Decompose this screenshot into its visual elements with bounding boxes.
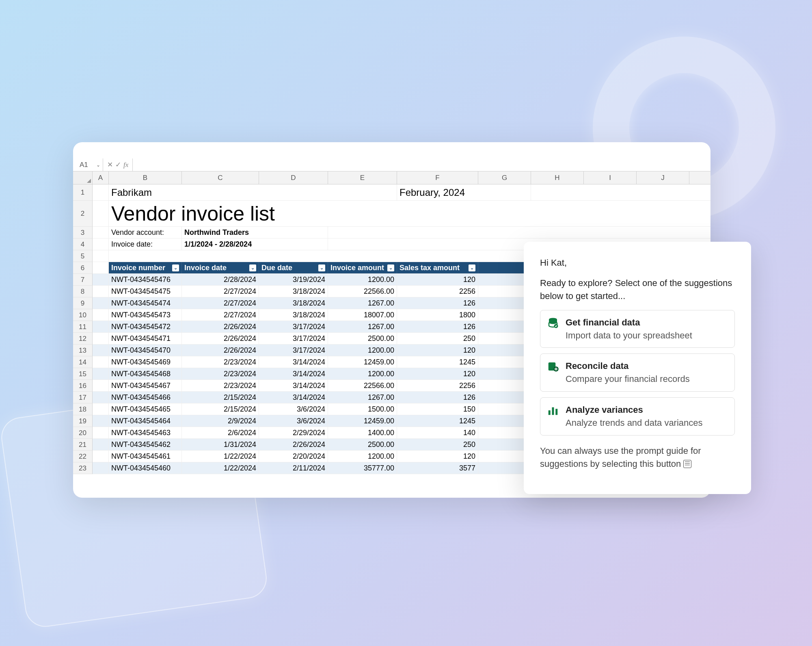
cell[interactable]: NWT-0434545474: [109, 297, 182, 309]
filter-dropdown-icon[interactable]: ⌄: [387, 264, 394, 271]
meta-value[interactable]: 1/1/2024 - 2/28/2024: [182, 238, 328, 250]
cell[interactable]: 3/14/2024: [259, 392, 328, 403]
suggestion-analyze-variances[interactable]: Analyze variancesAnalyze trends and data…: [540, 397, 735, 436]
cell[interactable]: 2/9/2024: [182, 415, 259, 427]
cell[interactable]: NWT-0434545468: [109, 368, 182, 379]
cell[interactable]: 2/28/2024: [182, 274, 259, 285]
cell[interactable]: 120: [397, 368, 478, 379]
cell[interactable]: 3/18/2024: [259, 297, 328, 309]
cell[interactable]: 2/23/2024: [182, 380, 259, 391]
cell[interactable]: 2/15/2024: [182, 392, 259, 403]
confirm-icon[interactable]: ✓: [115, 160, 121, 169]
cell[interactable]: NWT-0434545469: [109, 356, 182, 368]
cell[interactable]: 2/26/2024: [182, 333, 259, 344]
cell[interactable]: NWT-0434545476: [109, 274, 182, 285]
cell[interactable]: 1200.00: [328, 368, 397, 379]
cell[interactable]: 12459.00: [328, 415, 397, 427]
cell[interactable]: 3/14/2024: [259, 368, 328, 379]
row-header-17[interactable]: 17: [73, 392, 93, 403]
cell[interactable]: 2256: [397, 380, 478, 391]
cell[interactable]: 3/18/2024: [259, 309, 328, 321]
cell[interactable]: 120: [397, 451, 478, 462]
cell[interactable]: NWT-0434545466: [109, 392, 182, 403]
row-header-21[interactable]: 21: [73, 439, 93, 451]
cell[interactable]: 1400.00: [328, 427, 397, 438]
cell[interactable]: 1/31/2024: [182, 439, 259, 450]
cell[interactable]: 2256: [397, 286, 478, 297]
cell[interactable]: 150: [397, 403, 478, 415]
row-header-15[interactable]: 15: [73, 368, 93, 380]
cell[interactable]: 126: [397, 392, 478, 403]
suggestion-get-financial-data[interactable]: Get financial dataImport data to your sp…: [540, 310, 735, 348]
column-header-A[interactable]: A: [93, 171, 109, 184]
row-header-9[interactable]: 9: [73, 297, 93, 309]
filter-dropdown-icon[interactable]: ⌄: [469, 264, 475, 271]
cell[interactable]: 1/22/2024: [182, 462, 259, 474]
cell[interactable]: 3/6/2024: [259, 415, 328, 427]
column-filter-invoice-number[interactable]: Invoice number⌄: [109, 262, 182, 273]
cell[interactable]: 2/6/2024: [182, 427, 259, 438]
cell[interactable]: 18007.00: [328, 309, 397, 321]
cell[interactable]: NWT-0434545461: [109, 451, 182, 462]
cell[interactable]: 1200.00: [328, 451, 397, 462]
cell[interactable]: 140: [397, 427, 478, 438]
cell[interactable]: 250: [397, 439, 478, 450]
row-header-13[interactable]: 13: [73, 345, 93, 356]
cell[interactable]: NWT-0434545473: [109, 309, 182, 321]
cell[interactable]: 2/20/2024: [259, 451, 328, 462]
cell[interactable]: 1800: [397, 309, 478, 321]
cell[interactable]: 2/23/2024: [182, 356, 259, 368]
cell[interactable]: 3577: [397, 462, 478, 474]
column-filter-sales-tax-amount[interactable]: Sales tax amount⌄: [397, 262, 478, 273]
cell[interactable]: NWT-0434545471: [109, 333, 182, 344]
cell[interactable]: NWT-0434545463: [109, 427, 182, 438]
row-header-19[interactable]: 19: [73, 415, 93, 427]
formula-input[interactable]: [133, 158, 706, 171]
column-header-I[interactable]: I: [584, 171, 637, 184]
row-header-20[interactable]: 20: [73, 427, 93, 439]
cell[interactable]: 1200.00: [328, 274, 397, 285]
cell[interactable]: NWT-0434545472: [109, 321, 182, 332]
cell[interactable]: 3/19/2024: [259, 274, 328, 285]
row-header-4[interactable]: 4: [73, 238, 93, 250]
cell[interactable]: 1245: [397, 415, 478, 427]
row-header-7[interactable]: 7: [73, 274, 93, 286]
cell[interactable]: 120: [397, 274, 478, 285]
meta-label[interactable]: Vendor account:: [109, 227, 182, 238]
cell[interactable]: 35777.00: [328, 462, 397, 474]
row-header-5[interactable]: 5: [73, 250, 93, 262]
cell[interactable]: 126: [397, 297, 478, 309]
row-header-10[interactable]: 10: [73, 309, 93, 321]
column-header-B[interactable]: B: [109, 171, 182, 184]
filter-dropdown-icon[interactable]: ⌄: [318, 264, 325, 271]
cancel-icon[interactable]: ✕: [107, 160, 113, 169]
page-title[interactable]: Vendor invoice list: [109, 201, 466, 226]
cell[interactable]: 3/18/2024: [259, 286, 328, 297]
period-label[interactable]: February, 2024: [397, 184, 531, 200]
select-all-corner[interactable]: [73, 171, 93, 184]
cell[interactable]: 3/17/2024: [259, 345, 328, 356]
name-box[interactable]: A1 ⌄: [77, 158, 103, 171]
filter-dropdown-icon[interactable]: ⌄: [172, 264, 179, 271]
cell[interactable]: 22566.00: [328, 286, 397, 297]
fx-icon[interactable]: fx: [123, 161, 128, 169]
column-header-D[interactable]: D: [259, 171, 328, 184]
cell[interactable]: 2/29/2024: [259, 427, 328, 438]
cell[interactable]: 2/27/2024: [182, 297, 259, 309]
cell[interactable]: NWT-0434545475: [109, 286, 182, 297]
row-header-22[interactable]: 22: [73, 451, 93, 462]
cell[interactable]: 1500.00: [328, 403, 397, 415]
cell[interactable]: 2/27/2024: [182, 309, 259, 321]
cell[interactable]: NWT-0434545464: [109, 415, 182, 427]
column-filter-invoice-amount[interactable]: Invoice amount⌄: [328, 262, 397, 273]
cell[interactable]: 2/15/2024: [182, 403, 259, 415]
cell[interactable]: 2/26/2024: [182, 321, 259, 332]
cell[interactable]: 2/27/2024: [182, 286, 259, 297]
cell[interactable]: NWT-0434545462: [109, 439, 182, 450]
cell[interactable]: NWT-0434545467: [109, 380, 182, 391]
column-header-F[interactable]: F: [397, 171, 478, 184]
column-filter-invoice-date[interactable]: Invoice date⌄: [182, 262, 259, 273]
cell[interactable]: NWT-0434545465: [109, 403, 182, 415]
row-header-6[interactable]: 6: [73, 262, 93, 274]
row-header-16[interactable]: 16: [73, 380, 93, 392]
